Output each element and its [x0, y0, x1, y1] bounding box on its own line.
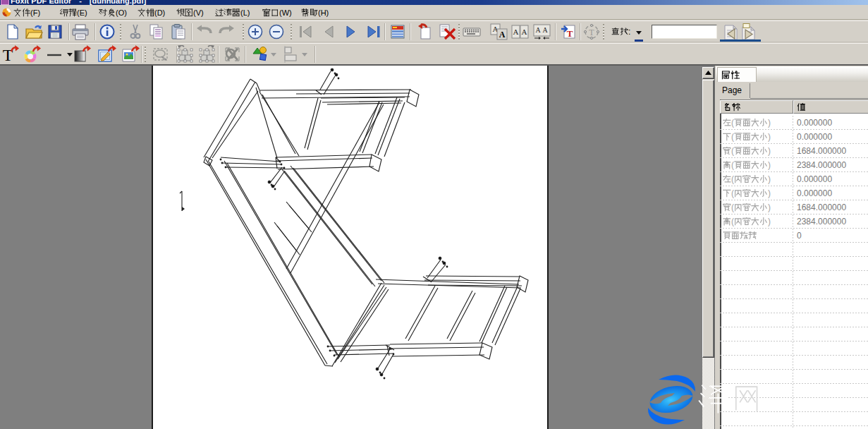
svg-text:A: A — [535, 26, 541, 34]
svg-text:T: T — [589, 28, 594, 37]
svg-text:A: A — [499, 30, 506, 40]
svg-text:A: A — [522, 28, 527, 36]
svg-text:A: A — [513, 28, 519, 36]
svg-text:T: T — [567, 28, 573, 39]
svg-text:T: T — [3, 46, 13, 64]
svg-text:A: A — [542, 26, 548, 34]
